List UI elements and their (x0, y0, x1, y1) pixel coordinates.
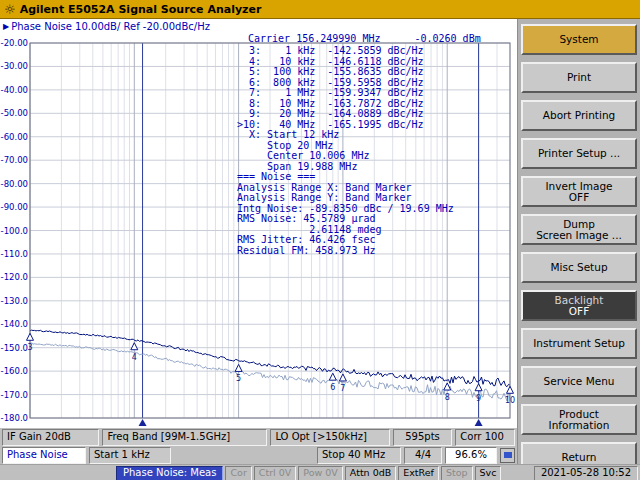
menu-button-backlight-off[interactable]: BacklightOFF (521, 290, 637, 321)
menu-button-print[interactable]: Print (521, 62, 637, 93)
menu-button-misc-setup[interactable]: Misc Setup (521, 252, 637, 283)
status-field-595pts: 595pts (393, 429, 453, 446)
y-axis-label: -150.0 (1, 343, 28, 353)
y-axis-label: -60.00 (1, 132, 28, 142)
menu-button-label: Misc Setup (550, 262, 607, 273)
window-title: Agilent E5052A Signal Source Analyzer (20, 3, 262, 16)
y-axis-label: -30.00 (1, 61, 28, 71)
y-axis-label: -170.0 (1, 390, 28, 400)
menu-button-label: Dump (563, 219, 595, 230)
marker-9-label: 9 (476, 394, 481, 403)
menu-button-system[interactable]: System (521, 24, 637, 55)
marker-4-icon (131, 343, 138, 350)
menu-button-abort-printing[interactable]: Abort Printing (521, 100, 637, 131)
menu-button-product-information[interactable]: ProductInformation (521, 404, 637, 435)
sun-icon: ☼ (4, 3, 16, 16)
status-flags: CorCtrl 0VPow 0VAttn 0dBExtRefStopSvc (225, 466, 501, 480)
menu-button-label: System (559, 34, 598, 45)
clock: 2021-05-28 10:52 (534, 466, 638, 480)
menu-button-sublabel: Screen Image ... (536, 230, 622, 241)
marker-5-icon (235, 364, 242, 371)
phase-noise-plot-panel: 345678910-20.00-30.00-40.00-50.00-60.00-… (0, 19, 517, 428)
y-axis-label: -50.00 (1, 108, 28, 118)
y-axis-label: -130.0 (1, 296, 28, 306)
status-field-lo-opt-150khz: LO Opt [>150kHz] (270, 429, 389, 446)
marker-3-icon (27, 333, 34, 340)
marker-7-label: 7 (340, 384, 345, 393)
marker-10-icon (507, 386, 514, 393)
status-flag-extref: ExtRef (398, 466, 439, 480)
trace-tab-phase-noise[interactable]: Phase Noise (2, 447, 86, 464)
status-field-corr-100: Corr 100 (455, 429, 515, 446)
carrier-power: -0.0260 dBm (414, 33, 480, 44)
status-flag-attn-0db: Attn 0dB (345, 466, 396, 480)
marker-10-label: 10 (505, 396, 515, 405)
y-axis-label: -80.00 (1, 179, 28, 189)
menu-button-label: Invert Image (545, 181, 612, 192)
y-axis-label: -40.00 (1, 85, 28, 95)
menu-button-label: Return (562, 452, 597, 463)
y-axis-label: -120.0 (1, 272, 28, 282)
trace-arrow-icon: ▶ (3, 23, 9, 31)
carrier-frequency: Carrier 156.249990 MHz (248, 33, 380, 44)
marker-7-icon (339, 374, 346, 381)
menu-button-sublabel: OFF (569, 192, 589, 203)
y-axis-label: -180.0 (1, 413, 28, 423)
band-marker-triangle (475, 419, 483, 426)
y-axis-label: -160.0 (1, 366, 28, 376)
measurement-status-row: IF Gain 20dBFreq Band [99M-1.5GHz]LO Opt… (0, 429, 517, 445)
menu-button-label: Abort Printing (543, 110, 615, 121)
softkey-menu: SystemPrintAbort PrintingPrinter Setup .… (517, 19, 640, 464)
carrier-readout: Carrier 156.249990 MHz -0.0260 dBm (248, 33, 481, 44)
display-icon[interactable] (500, 448, 515, 463)
menu-button-printer-setup[interactable]: Printer Setup ... (521, 138, 637, 169)
menu-button-label: Print (567, 72, 591, 83)
sweep-status-row: Phase Noise Start 1 kHz Stop 40 MHz 4/4 … (0, 447, 517, 463)
menu-button-dump-screen-image[interactable]: DumpScreen Image ... (521, 214, 637, 245)
menu-button-sublabel: OFF (569, 306, 589, 317)
measurement-column: 345678910-20.00-30.00-40.00-50.00-60.00-… (0, 19, 517, 464)
status-flag-stop: Stop (441, 466, 473, 480)
status-field-if-gain-20db: IF Gain 20dB (2, 429, 99, 446)
y-axis-label: -70.00 (1, 155, 28, 165)
menu-button-instrument-setup[interactable]: Instrument Setup (521, 328, 637, 359)
y-axis-label: -140.0 (1, 319, 28, 329)
status-field-freq-band-99m-1-5ghz: Freq Band [99M-1.5GHz] (102, 429, 267, 446)
marker-6-icon (329, 373, 336, 380)
sweep-start-label: Start 1 kHz (89, 447, 171, 464)
status-flag-cor: Cor (225, 466, 251, 480)
y-axis-label: -20.00 (1, 38, 28, 48)
titlebar: ☼ Agilent E5052A Signal Source Analyzer (0, 0, 640, 19)
marker-6-label: 6 (330, 383, 335, 392)
plot-header: ▶ Phase Noise 10.00dB/ Ref -20.00dBc/Hz (3, 21, 210, 32)
menu-button-label: Backlight (555, 295, 604, 306)
menu-button-label: Service Menu (544, 376, 615, 387)
trace-scale-label: Phase Noise 10.00dB/ Ref -20.00dBc/Hz (11, 21, 210, 32)
y-axis-label: -100.0 (1, 226, 28, 236)
marker-9-icon (475, 384, 482, 391)
marker-5-label: 5 (236, 374, 241, 383)
average-count: 4/4 (404, 447, 442, 464)
menu-button-label: Instrument Setup (533, 338, 625, 349)
status-flag-ctrl-0v: Ctrl 0V (254, 466, 296, 480)
band-marker-triangle (139, 419, 147, 426)
display-icon-inner (504, 452, 512, 458)
y-axis-label: -90.00 (1, 202, 28, 212)
main-area: 345678910-20.00-30.00-40.00-50.00-60.00-… (0, 19, 640, 464)
menu-button-label: Product (559, 409, 599, 420)
marker-readout: 3: 1 kHz -142.5859 dBc/Hz 4: 10 kHz -146… (237, 46, 454, 256)
marker-3-label: 3 (27, 343, 32, 352)
measurement-mode-badge: Phase Noise: Meas (116, 466, 223, 480)
status-bar: Phase Noise: Meas CorCtrl 0VPow 0VAttn 0… (0, 464, 640, 480)
menu-button-invert-image-off[interactable]: Invert ImageOFF (521, 176, 637, 207)
instrument-screen: ☼ Agilent E5052A Signal Source Analyzer … (0, 0, 640, 480)
status-flag-pow-0v: Pow 0V (298, 466, 343, 480)
y-axis-label: -110.0 (1, 249, 28, 259)
sweep-stop-label: Stop 40 MHz (317, 447, 401, 464)
marker-8-label: 8 (445, 393, 450, 402)
menu-button-sublabel: Information (549, 420, 610, 431)
progress-percent: 96.6% (445, 447, 497, 464)
menu-button-service-menu[interactable]: Service Menu (521, 366, 637, 397)
status-flag-svc: Svc (475, 466, 502, 480)
menu-button-label: Printer Setup ... (538, 148, 620, 159)
